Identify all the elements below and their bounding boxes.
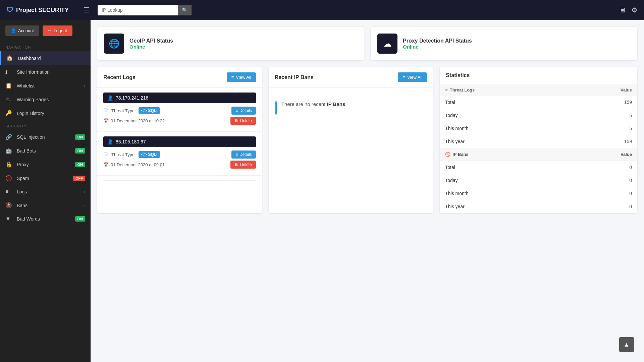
sidebar-item-bans[interactable]: 🚷 Bans ›: [0, 198, 91, 212]
person-icon: 👤: [107, 139, 113, 144]
monitor-icon[interactable]: 🖥: [619, 6, 626, 14]
sidebar-item-site-information[interactable]: ℹ Site Information: [0, 65, 91, 79]
stat-label: This year: [440, 200, 567, 213]
bans-icon: 🚷: [5, 202, 13, 208]
sidebar-item-label: Logs: [17, 189, 84, 194]
search-bar: 🔍: [98, 5, 192, 15]
sidebar-item-label: Bans: [17, 203, 84, 208]
recent-logs-panel: Recent Logs ≡ View All 👤 78.170.241.216 …: [97, 67, 262, 213]
sidebar-item-label: Bad Words: [17, 216, 75, 222]
sidebar-item-sql-injection[interactable]: 🔗 SQL Injection ON: [0, 130, 91, 144]
calendar-icon: 📅: [103, 162, 109, 167]
threat-logs-value-header: Value: [567, 84, 637, 96]
ban-icon: 🚫: [445, 152, 450, 157]
logout-button[interactable]: ↩ Logout: [43, 25, 72, 36]
geoip-icon: 🌐: [104, 34, 124, 54]
info-icon: ℹ: [5, 69, 13, 75]
table-row: Total 159: [440, 96, 637, 109]
recent-logs-view-all-button[interactable]: ≡ View All: [227, 72, 256, 82]
sidebar-item-label: Bad Bots: [17, 148, 75, 154]
sidebar-item-label: Site Information: [17, 69, 85, 75]
geoip-api-card: 🌐 GeoIP API Status Online: [97, 27, 364, 60]
table-row: This year 159: [440, 135, 637, 148]
log-date-row: 📅 01 December 2020 at 10:22 🗑 Delete: [103, 117, 256, 125]
stat-value: 0: [567, 200, 637, 213]
security-section-label: SECURITY: [0, 120, 91, 130]
sidebar-item-dashboard[interactable]: 🏠 Dashboard: [0, 51, 91, 65]
gear-icon[interactable]: ⚙: [631, 6, 637, 14]
proxy-api-icon: ☁: [377, 34, 397, 54]
search-button[interactable]: 🔍: [178, 5, 192, 15]
sidebar-item-spam[interactable]: 🚫 Spam OFF: [0, 171, 91, 185]
statistics-panel: Statistics ≡ Threat Logs Value: [440, 67, 637, 213]
sidebar-item-warning-pages[interactable]: ⚠ Warning Pages: [0, 93, 91, 106]
stat-label: Today: [440, 174, 567, 187]
sqli-badge: </> SQLi: [139, 107, 160, 114]
hamburger-icon[interactable]: ☰: [81, 5, 92, 15]
stat-label: This year: [440, 135, 567, 148]
ip-bans-view-all-button[interactable]: ≡ View All: [398, 72, 427, 82]
scroll-to-top-button[interactable]: ▲: [619, 337, 634, 352]
stat-value: 0: [567, 174, 637, 187]
table-row: This month 0: [440, 187, 637, 200]
delete-button[interactable]: 🗑 Delete: [230, 117, 256, 125]
spam-badge: OFF: [73, 176, 85, 181]
stats-section-row: 🚫 IP Bans Value: [440, 148, 637, 161]
dashboard-icon: 🏠: [6, 55, 14, 61]
threat-type: 📄 Threat Type: </> SQLi: [103, 151, 160, 158]
sidebar-item-label: SQL Injection: [17, 134, 75, 140]
brand-title: Project SECURITY: [16, 7, 69, 14]
details-button[interactable]: ≡ Details: [231, 150, 256, 159]
list-icon: ≡: [235, 152, 238, 157]
log-ip-bar: 👤 78.170.241.216: [103, 93, 256, 103]
account-button[interactable]: 👤 Account: [5, 25, 39, 36]
sidebar-top-buttons: 👤 Account ↩ Logout: [0, 20, 91, 41]
trash-icon: 🗑: [234, 118, 238, 123]
recent-ip-bans-panel: Recent IP Bans ≡ View All There are no r…: [269, 67, 433, 213]
sidebar-item-label: Warning Pages: [17, 97, 85, 102]
history-icon: 🔑: [5, 110, 13, 116]
sidebar-item-proxy[interactable]: 🔒 Proxy ON: [0, 158, 91, 171]
file-icon: 📄: [103, 152, 109, 157]
sidebar-item-bad-bots[interactable]: 🤖 Bad Bots ON: [0, 144, 91, 158]
sql-icon: 🔗: [5, 134, 13, 140]
statistics-header: Statistics: [440, 67, 637, 84]
calendar-icon: 📅: [103, 118, 109, 123]
search-input[interactable]: [98, 5, 178, 15]
no-bans-accent-bar: [275, 101, 277, 115]
stat-label: Total: [440, 161, 567, 174]
list-icon: ≡: [445, 87, 448, 93]
threat-logs-col-header: ≡ Threat Logs: [440, 84, 567, 96]
sidebar-item-label: Proxy: [17, 162, 75, 167]
log-entry: 👤 85.105.180.67 📄 Threat Type: </> SQLi: [97, 132, 262, 176]
delete-button[interactable]: 🗑 Delete: [230, 161, 256, 169]
no-bans-message: There are no recent IP Bans: [269, 88, 433, 128]
recent-logs-header: Recent Logs ≡ View All: [97, 67, 262, 88]
geoip-title: GeoIP API Status: [129, 38, 173, 44]
bottom-grid: Recent Logs ≡ View All 👤 78.170.241.216 …: [97, 67, 637, 213]
main-layout: 👤 Account ↩ Logout NAVIGATION 🏠 Dashboar…: [0, 20, 644, 362]
bad-words-badge: ON: [75, 216, 86, 222]
filter-icon: ▼: [5, 216, 13, 222]
details-button[interactable]: ≡ Details: [231, 107, 256, 115]
no-bans-text: There are no recent IP Bans: [281, 101, 345, 107]
stat-value: 0: [567, 187, 637, 200]
sqli-badge: </> SQLi: [139, 151, 160, 158]
stat-label: Today: [440, 109, 567, 122]
sidebar-item-bad-words[interactable]: ▼ Bad Words ON: [0, 212, 91, 226]
trash-icon: 🗑: [234, 162, 238, 167]
log-ip-bar: 👤 85.105.180.67: [103, 136, 256, 147]
list-icon: ≡: [402, 75, 405, 80]
api-status-row: 🌐 GeoIP API Status Online ☁ Proxy Detect…: [97, 27, 637, 60]
geoip-info: GeoIP API Status Online: [129, 38, 173, 50]
proxy-icon: 🔒: [5, 161, 13, 168]
list-icon: ≡: [231, 75, 234, 80]
sidebar-item-login-history[interactable]: 🔑 Login History: [0, 106, 91, 120]
sidebar-item-label: Whitelist: [17, 83, 84, 88]
stat-value: 0: [567, 161, 637, 174]
sidebar-item-whitelist[interactable]: 📋 Whitelist ›: [0, 79, 91, 93]
sidebar-item-logs[interactable]: ≡ Logs ›: [0, 185, 91, 198]
ip-bans-section-header: 🚫 IP Bans Value: [440, 148, 637, 161]
recent-ip-bans-title: Recent IP Bans: [275, 74, 314, 80]
topbar: 🛡 Project SECURITY ☰ 🔍 🖥 ⚙: [0, 0, 644, 20]
